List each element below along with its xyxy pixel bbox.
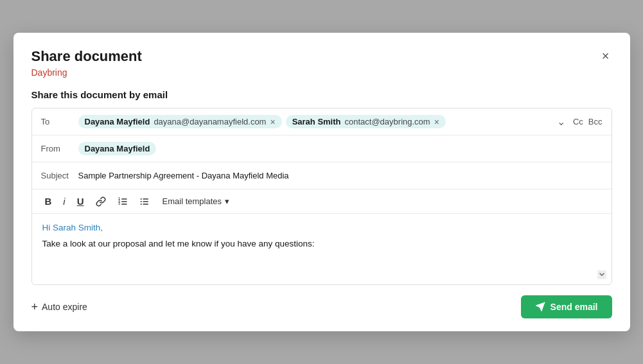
svg-point-11: [140, 204, 141, 205]
from-label: From: [41, 144, 78, 153]
plus-icon: +: [31, 300, 39, 314]
link-button[interactable]: [92, 194, 110, 209]
from-row: From Dayana Mayfield: [32, 135, 612, 162]
to-label: To: [41, 117, 78, 126]
to-row: To Dayana Mayfield dayana@dayanamayfield…: [32, 108, 612, 135]
scroll-icon: [599, 272, 605, 278]
from-content: Dayana Mayfield: [78, 142, 603, 155]
italic-button[interactable]: i: [59, 193, 69, 209]
subject-input[interactable]: [78, 171, 603, 180]
from-name: Dayana Mayfield: [85, 144, 150, 153]
svg-point-10: [140, 201, 141, 202]
body-line-1: Hi Sarah Smith,: [42, 223, 601, 232]
scroll-indicator[interactable]: [597, 270, 606, 279]
recipient-email-1: dayana@dayanamayfield.com: [154, 117, 266, 126]
ordered-list-button[interactable]: 1 2 3: [114, 194, 132, 209]
modal-overlay: Share document × Daybring Share this doc…: [0, 0, 643, 364]
modal-header: Share document ×: [31, 48, 612, 65]
auto-expire-button[interactable]: + Auto expire: [31, 300, 87, 314]
dropdown-arrow-icon: ▾: [225, 196, 229, 206]
email-form: To Dayana Mayfield dayana@dayanamayfield…: [31, 108, 612, 285]
send-label: Send email: [551, 302, 598, 312]
svg-text:3: 3: [118, 202, 120, 205]
close-button[interactable]: ×: [599, 48, 612, 64]
link-icon: [96, 196, 106, 207]
cc-button[interactable]: Cc: [573, 117, 583, 126]
recipient-tag-2: Sarah Smith contact@daybring.com ×: [286, 115, 446, 128]
underline-button[interactable]: U: [73, 193, 88, 209]
bcc-button[interactable]: Bcc: [588, 117, 603, 126]
to-actions: ⌄ Cc Bcc: [554, 116, 603, 128]
svg-point-9: [140, 198, 141, 200]
recipient-tag-1: Dayana Mayfield dayana@dayanamayfield.co…: [78, 115, 282, 128]
subject-label: Subject: [41, 171, 78, 180]
recipient-name-1: Dayana Mayfield: [85, 117, 150, 126]
body-line-2: Take a look at our proposal and let me k…: [42, 239, 601, 248]
from-tag: Dayana Mayfield: [78, 142, 157, 155]
send-icon: [535, 302, 545, 312]
subject-row: Subject: [32, 162, 612, 189]
auto-expire-label: Auto expire: [42, 302, 87, 312]
unordered-list-icon: [139, 196, 150, 207]
to-recipients: Dayana Mayfield dayana@dayanamayfield.co…: [78, 115, 554, 128]
recipient-email-2: contact@daybring.com: [345, 117, 430, 126]
modal-footer: + Auto expire Send email: [31, 295, 612, 318]
email-templates-button[interactable]: Email templates ▾: [157, 194, 234, 209]
recipients-chevron[interactable]: ⌄: [554, 116, 568, 128]
recipient-name-2: Sarah Smith: [292, 117, 341, 126]
email-body[interactable]: Hi Sarah Smith, Take a look at our propo…: [32, 214, 612, 284]
modal-title: Share document: [31, 48, 142, 65]
send-email-button[interactable]: Send email: [521, 295, 612, 318]
remove-recipient-2[interactable]: ×: [434, 117, 439, 126]
unordered-list-button[interactable]: [136, 194, 154, 209]
modal-subtitle: Daybring: [31, 67, 612, 78]
toolbar-row: B i U 1 2 3: [32, 189, 612, 214]
ordered-list-icon: 1 2 3: [118, 196, 128, 207]
bold-button[interactable]: B: [41, 193, 56, 209]
share-document-modal: Share document × Daybring Share this doc…: [13, 33, 630, 331]
svg-marker-13: [536, 302, 544, 311]
section-label: Share this document by email: [31, 89, 612, 100]
remove-recipient-1[interactable]: ×: [270, 117, 275, 126]
email-templates-label: Email templates: [163, 196, 222, 206]
